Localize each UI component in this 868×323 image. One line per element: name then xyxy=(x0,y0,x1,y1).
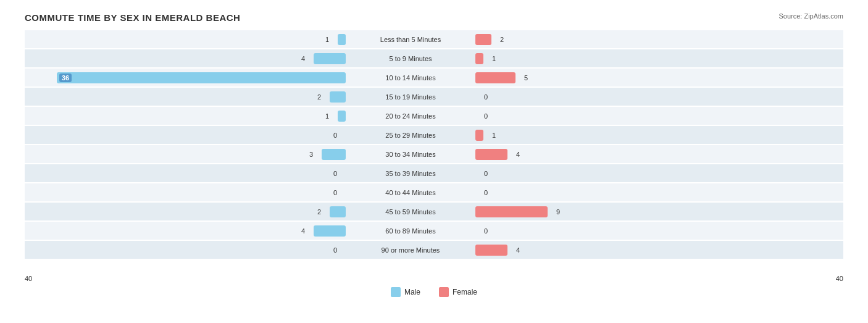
female-value: 0 xyxy=(484,227,488,235)
row-label: 5 to 9 Minutes xyxy=(346,55,475,62)
right-bar-area: 2 xyxy=(475,30,796,48)
row-label: 10 to 14 Minutes xyxy=(346,74,475,82)
right-bar-area: 4 xyxy=(475,241,796,259)
female-bar: 1 xyxy=(475,53,483,64)
male-value: 1 xyxy=(325,112,329,120)
row-label: 40 to 44 Minutes xyxy=(346,189,475,196)
legend-female-box xyxy=(439,287,449,297)
chart-container: COMMUTE TIME BY SEX IN EMERALD BEACH Sou… xyxy=(0,0,868,323)
right-bar-area: 0 xyxy=(475,222,796,240)
chart-row: 45 to 9 Minutes1 xyxy=(25,49,843,67)
axis-min-label: 40 xyxy=(25,275,32,282)
right-bar-area: 0 xyxy=(475,183,796,201)
male-value: 3 xyxy=(309,151,313,158)
right-bar-area: 1 xyxy=(475,49,796,67)
male-value: 36 xyxy=(59,73,72,82)
female-value: 4 xyxy=(516,151,520,158)
chart-row: 330 to 34 Minutes4 xyxy=(25,145,843,163)
male-value: 4 xyxy=(301,227,305,235)
male-value: 0 xyxy=(333,132,337,139)
chart-row: 035 to 39 Minutes0 xyxy=(25,164,843,182)
chart-row: 3610 to 14 Minutes5 xyxy=(25,69,843,86)
left-bar-area: 0 xyxy=(25,183,346,201)
female-value: 9 xyxy=(556,208,560,216)
female-value: 5 xyxy=(524,74,528,82)
female-bar: 4 xyxy=(475,245,507,256)
row-label: 90 or more Minutes xyxy=(346,246,475,254)
left-bar-area: 1 xyxy=(25,30,346,48)
male-value: 0 xyxy=(333,246,337,254)
chart-title: COMMUTE TIME BY SEX IN EMERALD BEACH xyxy=(25,12,843,23)
chart-row: 120 to 24 Minutes0 xyxy=(25,107,843,125)
female-value: 0 xyxy=(484,93,488,101)
female-value: 4 xyxy=(516,246,520,254)
female-bar: 4 xyxy=(475,149,507,160)
chart-row: 1Less than 5 Minutes2 xyxy=(25,30,843,48)
chart-row: 245 to 59 Minutes9 xyxy=(25,203,843,220)
row-label: 25 to 29 Minutes xyxy=(346,132,475,139)
male-bar: 1 xyxy=(338,34,346,45)
right-bar-area: 0 xyxy=(475,88,796,106)
male-bar: 1 xyxy=(338,111,346,122)
male-bar: 36 xyxy=(57,72,346,83)
left-bar-area: 0 xyxy=(25,164,346,182)
right-bar-area: 4 xyxy=(475,145,796,163)
legend-male-box xyxy=(391,287,401,297)
female-value: 2 xyxy=(500,36,504,43)
axis-labels: 40 40 xyxy=(25,275,843,282)
male-bar: 4 xyxy=(314,225,346,237)
chart-area: 1Less than 5 Minutes245 to 9 Minutes1361… xyxy=(25,30,843,271)
female-bar: 2 xyxy=(475,34,491,45)
male-bar: 3 xyxy=(322,149,346,160)
male-value: 1 xyxy=(325,36,329,43)
male-bar: 2 xyxy=(330,206,346,217)
left-bar-area: 2 xyxy=(25,203,346,220)
female-value: 0 xyxy=(484,170,488,177)
row-label: 60 to 89 Minutes xyxy=(346,227,475,235)
row-label: 15 to 19 Minutes xyxy=(346,93,475,101)
left-bar-area: 2 xyxy=(25,88,346,106)
chart-row: 025 to 29 Minutes1 xyxy=(25,126,843,144)
female-bar: 9 xyxy=(475,206,548,217)
right-bar-area: 5 xyxy=(475,69,796,86)
chart-row: 215 to 19 Minutes0 xyxy=(25,88,843,106)
left-bar-area: 3 xyxy=(25,145,346,163)
legend: Male Female xyxy=(25,287,843,297)
legend-female-label: Female xyxy=(453,288,477,296)
row-label: 20 to 24 Minutes xyxy=(346,112,475,120)
left-bar-area: 36 xyxy=(25,69,346,86)
male-bar: 4 xyxy=(314,53,346,64)
right-bar-area: 0 xyxy=(475,164,796,182)
female-value: 1 xyxy=(492,55,496,62)
row-label: Less than 5 Minutes xyxy=(346,36,475,43)
left-bar-area: 4 xyxy=(25,222,346,240)
female-value: 0 xyxy=(484,112,488,120)
female-bar: 1 xyxy=(475,130,483,141)
legend-male-label: Male xyxy=(404,288,420,296)
right-bar-area: 0 xyxy=(475,107,796,125)
chart-row: 090 or more Minutes4 xyxy=(25,241,843,259)
chart-row: 460 to 89 Minutes0 xyxy=(25,222,843,240)
right-bar-area: 9 xyxy=(475,203,796,220)
female-bar: 5 xyxy=(475,72,515,83)
right-bar-area: 1 xyxy=(475,126,796,144)
axis-max-label: 40 xyxy=(836,275,843,282)
left-bar-area: 0 xyxy=(25,241,346,259)
male-bar: 2 xyxy=(330,91,346,103)
legend-female: Female xyxy=(439,287,477,297)
male-value: 2 xyxy=(317,93,321,101)
left-bar-area: 4 xyxy=(25,49,346,67)
legend-male: Male xyxy=(391,287,420,297)
row-label: 30 to 34 Minutes xyxy=(346,151,475,158)
male-value: 0 xyxy=(333,189,337,196)
left-bar-area: 1 xyxy=(25,107,346,125)
source-label: Source: ZipAtlas.com xyxy=(778,12,843,20)
row-label: 45 to 59 Minutes xyxy=(346,208,475,216)
male-value: 2 xyxy=(317,208,321,216)
left-bar-area: 0 xyxy=(25,126,346,144)
female-value: 1 xyxy=(492,132,496,139)
female-value: 0 xyxy=(484,189,488,196)
male-value: 0 xyxy=(333,170,337,177)
male-value: 4 xyxy=(301,55,305,62)
chart-row: 040 to 44 Minutes0 xyxy=(25,183,843,201)
